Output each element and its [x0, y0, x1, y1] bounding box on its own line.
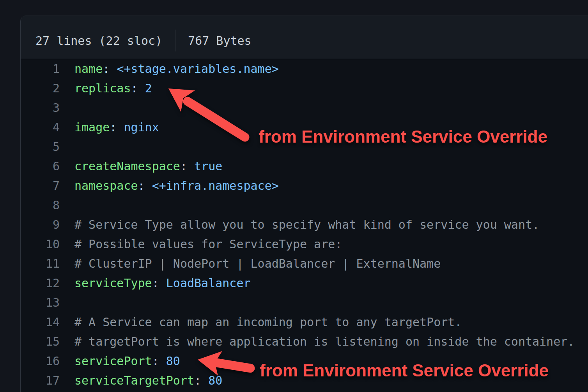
token-punc: :	[138, 179, 152, 192]
code-line: 6 createNamespace: true	[21, 157, 588, 176]
code-line: 2 replicas: 2	[21, 79, 588, 98]
code-line-content: image: nginx	[74, 118, 159, 137]
code-line: 13	[21, 293, 588, 313]
code-line: 7 namespace: <+infra.namespace>	[21, 176, 588, 196]
token-key: serviceTargetPort	[74, 374, 194, 387]
line-number[interactable]: 5	[21, 137, 60, 157]
line-number[interactable]: 8	[21, 196, 60, 215]
line-number[interactable]: 15	[21, 332, 60, 351]
token-key: namespace	[74, 179, 138, 192]
token-val: LoadBalancer	[166, 276, 251, 290]
code-line: 11 # ClusterIP | NodePort | LoadBalancer…	[21, 254, 588, 274]
code-line: 12 serviceType: LoadBalancer	[21, 274, 588, 293]
token-key: createNamespace	[74, 159, 180, 173]
token-key: name	[74, 62, 103, 76]
code-line: 1 name: <+stage.variables.name>	[21, 59, 588, 79]
token-key: replicas	[74, 81, 131, 95]
code-line-content: name: <+stage.variables.name>	[74, 59, 279, 79]
code-line-content: # Possible values for ServiceType are:	[74, 235, 342, 254]
code-line: 3	[21, 98, 588, 118]
code-line-content: replicas: 2	[74, 79, 152, 98]
token-punc: :	[194, 374, 208, 387]
line-number[interactable]: 14	[21, 313, 60, 332]
token-key: image	[74, 120, 110, 134]
token-val: 2	[145, 81, 152, 95]
token-key: servicePort	[74, 354, 152, 368]
token-com: # ClusterIP | NodePort | LoadBalancer | …	[74, 257, 441, 270]
line-number[interactable]: 11	[21, 254, 60, 274]
token-com: # Possible values for ServiceType are:	[74, 237, 342, 251]
token-val: 80	[208, 374, 222, 387]
line-number[interactable]: 1	[21, 59, 60, 79]
token-punc: :	[131, 81, 145, 95]
line-number[interactable]: 16	[21, 351, 60, 371]
code-line: 5	[21, 137, 588, 157]
line-number[interactable]: 7	[21, 176, 60, 196]
code-line-content: # A Service can map an incoming port to …	[74, 313, 462, 332]
code-line-content: namespace: <+infra.namespace>	[74, 176, 279, 196]
token-com: # A Service can map an incoming port to …	[74, 315, 462, 329]
code-line: 4 image: nginx	[21, 118, 588, 137]
token-punc: :	[152, 354, 166, 368]
line-number[interactable]: 10	[21, 235, 60, 254]
code-line-content: serviceTargetPort: 80	[74, 371, 222, 390]
file-viewer-panel: 27 lines (22 sloc) 767 Bytes 1 name: <+s…	[20, 16, 588, 392]
token-val: 80	[166, 354, 180, 368]
code-line-content: # targetPort is where application is lis…	[74, 332, 574, 351]
code-line-content: servicePort: 80	[74, 351, 180, 371]
code-line: 9 # Service Type allow you to specify wh…	[21, 215, 588, 235]
line-number[interactable]: 3	[21, 98, 60, 118]
code-line-content: serviceType: LoadBalancer	[74, 274, 251, 293]
token-val: nginx	[124, 120, 159, 134]
code-line: 8	[21, 196, 588, 215]
token-val: <+infra.namespace>	[152, 179, 279, 192]
line-number[interactable]: 17	[21, 371, 60, 390]
token-punc: :	[103, 62, 117, 76]
code-line-content: # Service Type allow you to specify what…	[74, 215, 539, 235]
token-punc: :	[110, 120, 124, 134]
token-com: # Service Type allow you to specify what…	[74, 218, 539, 231]
file-size: 767 Bytes	[188, 34, 251, 48]
token-punc: :	[180, 159, 194, 173]
token-key: serviceType	[74, 276, 152, 290]
file-lines-info: 27 lines (22 sloc)	[35, 34, 162, 48]
line-number[interactable]: 13	[21, 293, 60, 313]
token-val: true	[194, 159, 222, 173]
token-com: # targetPort is where application is lis…	[74, 335, 574, 348]
header-divider	[175, 30, 175, 51]
code-lines: 1 name: <+stage.variables.name> 2 replic…	[21, 59, 588, 390]
line-number[interactable]: 9	[21, 215, 60, 235]
code-line: 10 # Possible values for ServiceType are…	[21, 235, 588, 254]
code-line-content: createNamespace: true	[74, 157, 222, 176]
code-line: 17 serviceTargetPort: 80	[21, 371, 588, 390]
line-number[interactable]: 2	[21, 79, 60, 98]
code-line: 15 # targetPort is where application is …	[21, 332, 588, 351]
code-line: 14 # A Service can map an incoming port …	[21, 313, 588, 332]
code-line: 16 servicePort: 80	[21, 351, 588, 371]
token-punc: :	[152, 276, 166, 290]
line-number[interactable]: 6	[21, 157, 60, 176]
line-number[interactable]: 12	[21, 274, 60, 293]
line-number[interactable]: 4	[21, 118, 60, 137]
file-header-bar: 27 lines (22 sloc) 767 Bytes	[21, 16, 588, 59]
token-val: <+stage.variables.name>	[117, 62, 278, 76]
code-line-content: # ClusterIP | NodePort | LoadBalancer | …	[74, 254, 441, 274]
